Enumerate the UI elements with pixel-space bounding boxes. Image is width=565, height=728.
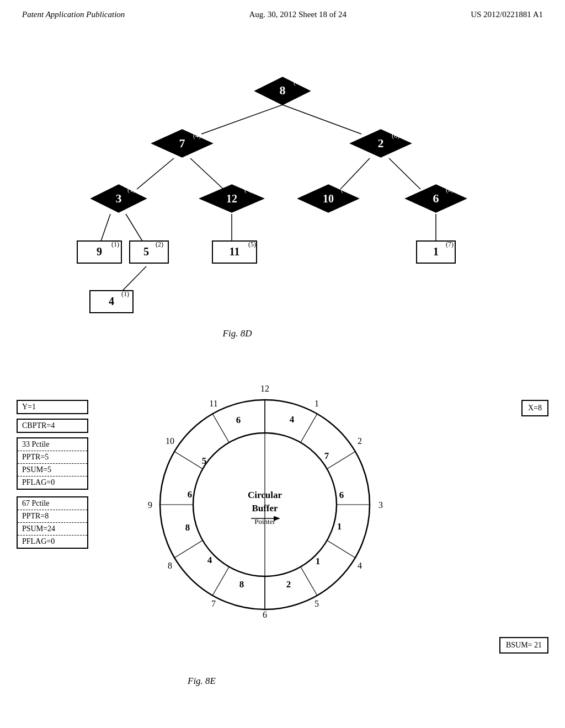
svg-text:11: 11: [209, 399, 217, 408]
svg-text:4: 4: [290, 414, 295, 425]
svg-text:8: 8: [185, 522, 190, 533]
fig8e-diagram: Y=1 CBPTR=4 33 Pctile PPTR=5 PSUM=5 PFLA…: [17, 383, 548, 703]
svg-text:(5): (5): [248, 240, 256, 248]
right-panel-top: X=8: [521, 400, 548, 416]
cbptr-box: CBPTR=4: [17, 419, 88, 433]
svg-line-52: [301, 414, 317, 442]
svg-text:6: 6: [433, 191, 439, 205]
page-header: Patent Application Publication Aug. 30, …: [0, 0, 565, 19]
svg-text:(1): (1): [127, 186, 135, 194]
svg-line-2: [137, 158, 174, 189]
svg-line-1: [282, 105, 361, 134]
svg-text:1: 1: [433, 245, 439, 258]
svg-text:10: 10: [166, 436, 174, 446]
svg-text:Circular: Circular: [248, 490, 282, 500]
bsum-panel: BSUM= 21: [499, 637, 548, 654]
svg-text:1: 1: [337, 521, 342, 532]
left-info-panel: Y=1 CBPTR=4 33 Pctile PPTR=5 PSUM=5 PFLA…: [17, 400, 88, 549]
svg-text:8: 8: [280, 83, 286, 97]
fig8d-diagram: 8 (6) 7 (4) 2 (6) 3 (1) 12 (4) 10 (6): [0, 41, 565, 361]
svg-line-3: [190, 158, 223, 189]
y-eq-box: Y=1: [17, 400, 88, 414]
svg-line-53: [327, 451, 356, 469]
svg-text:7: 7: [211, 599, 216, 608]
svg-text:8: 8: [239, 579, 244, 590]
svg-line-10: [122, 266, 146, 291]
svg-text:(1): (1): [121, 290, 129, 298]
x-eq-box: X=8: [521, 400, 548, 416]
svg-text:(1): (1): [111, 240, 119, 248]
svg-text:7: 7: [324, 451, 329, 461]
svg-text:4: 4: [358, 561, 362, 570]
svg-text:(2): (2): [156, 240, 163, 248]
svg-text:(6): (6): [392, 132, 399, 140]
svg-line-55: [327, 540, 356, 558]
svg-text:3: 3: [379, 500, 383, 510]
pptr8-box: PPTR=8: [18, 510, 87, 522]
pctile67-box: 67 Pctile: [18, 497, 87, 510]
publication-date: Aug. 30, 2012 Sheet 18 of 24: [249, 10, 347, 19]
svg-text:2: 2: [286, 579, 291, 590]
svg-text:9: 9: [148, 500, 152, 510]
svg-text:7: 7: [179, 136, 185, 150]
svg-line-61: [174, 451, 202, 469]
bsum-box: BSUM= 21: [499, 637, 548, 654]
svg-text:(6): (6): [294, 78, 301, 86]
svg-text:(8): (8): [446, 186, 454, 194]
patent-number: US 2012/0221881 A1: [471, 10, 543, 19]
svg-text:2: 2: [358, 436, 362, 446]
svg-text:6: 6: [339, 490, 344, 500]
svg-text:2: 2: [378, 136, 384, 150]
svg-line-6: [101, 214, 110, 241]
main-content: 8 (6) 7 (4) 2 (6) 3 (1) 12 (4) 10 (6): [0, 19, 565, 714]
circular-buffer-svg: 12 1 2 3 4 5 6 7 8 9 10 11: [88, 378, 441, 654]
svg-line-5: [389, 158, 420, 189]
svg-text:(7): (7): [446, 240, 454, 248]
svg-text:6: 6: [236, 415, 241, 425]
svg-text:(6): (6): [341, 186, 349, 194]
svg-text:6: 6: [263, 610, 267, 619]
svg-text:6: 6: [188, 489, 193, 500]
svg-text:4: 4: [207, 555, 212, 565]
psum24-box: PSUM=24: [18, 522, 87, 535]
svg-text:5: 5: [315, 599, 319, 608]
svg-text:9: 9: [97, 245, 102, 258]
svg-line-7: [126, 214, 142, 241]
svg-line-62: [212, 414, 229, 442]
psum5-box: PSUM=5: [18, 463, 87, 476]
pctile33-box: 33 Pctile: [18, 438, 87, 451]
pflag0b-box: PFLAG=0: [18, 535, 87, 548]
svg-text:12: 12: [260, 384, 269, 393]
svg-text:4: 4: [109, 295, 114, 307]
pptr5-box: PPTR=5: [18, 451, 87, 463]
svg-text:1: 1: [316, 556, 321, 566]
svg-text:(4): (4): [244, 186, 252, 194]
svg-text:(4): (4): [193, 132, 201, 140]
svg-line-59: [174, 540, 202, 558]
svg-text:3: 3: [116, 191, 122, 205]
svg-line-4: [340, 158, 370, 189]
svg-text:5: 5: [202, 456, 207, 466]
pflag0a-box: PFLAG=0: [18, 476, 87, 489]
svg-text:5: 5: [143, 245, 149, 258]
svg-text:Fig. 8D: Fig. 8D: [222, 328, 253, 339]
svg-text:1: 1: [315, 399, 319, 408]
fig8e-label: Fig. 8E: [188, 676, 216, 687]
svg-text:12: 12: [226, 192, 237, 205]
svg-text:11: 11: [230, 245, 240, 258]
svg-line-58: [212, 567, 229, 596]
svg-text:10: 10: [323, 192, 334, 205]
svg-line-0: [201, 105, 282, 134]
svg-line-56: [301, 567, 317, 596]
publication-title: Patent Application Publication: [22, 10, 125, 19]
svg-text:8: 8: [168, 561, 172, 570]
svg-text:Buffer: Buffer: [252, 503, 278, 513]
